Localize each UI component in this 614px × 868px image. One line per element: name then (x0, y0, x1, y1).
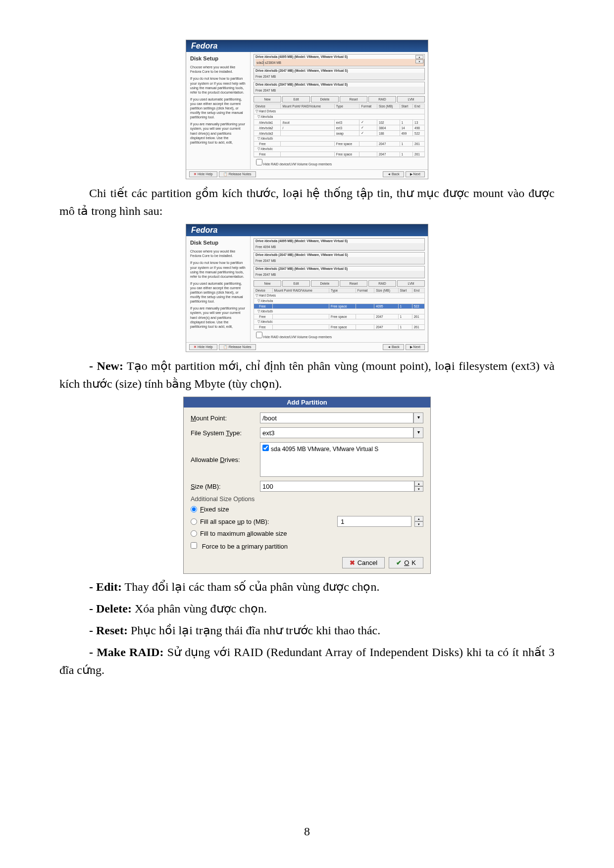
ok-icon: ✔ (396, 559, 402, 566)
table-row[interactable]: /dev/sda2/ext3✓380414498 (254, 125, 425, 131)
fixed-size-radio[interactable] (191, 506, 197, 512)
back-button[interactable]: ◄ Back (383, 171, 404, 177)
table-row[interactable]: FreeFree space20471261 (254, 152, 425, 157)
drive-bar-sdb: Drive /dev/sdb (2047 MB) (Model: VMware,… (254, 252, 425, 264)
mount-point-label: Mount Point: (191, 414, 260, 422)
lvm-button[interactable]: LVM (397, 280, 425, 287)
cancel-button[interactable]: ✖ Cancel (342, 557, 385, 568)
edit-button[interactable]: Edit (282, 280, 310, 287)
table-row[interactable]: ▽ /dev/sdc (254, 319, 425, 325)
table-row[interactable]: /dev/sda1/bootext3✓102113 (254, 120, 425, 125)
reset-button[interactable]: Reset (340, 96, 367, 102)
fedora-brand: Fedora (186, 40, 428, 52)
primary-label: Force to be a primary partition (202, 543, 288, 550)
partition-panel: Drive /dev/sda (4095 MB) (Model: VMware,… (251, 52, 428, 169)
table-row[interactable]: FreeFree space20471261 (254, 314, 425, 319)
drive-checkbox-sda[interactable] (262, 445, 269, 451)
fill-max-radio[interactable] (191, 530, 197, 537)
cancel-icon: ✖ (350, 559, 355, 566)
drive-bar-sdc: Drive /dev/sdc (2047 MB) (Model: VMware,… (254, 266, 425, 278)
table-row-selected[interactable]: FreeFree space40951522 (254, 304, 425, 309)
fedora-screenshot-2: Fedora Disk Setup Choose where you would… (186, 224, 428, 352)
fedora-screenshot-1: Fedora Disk Setup Choose where you would… (186, 40, 428, 179)
fixed-size-label: Fixed size (200, 506, 229, 513)
paragraph-1: Chi tiết các partition gồm kích thước, l… (59, 184, 555, 220)
dialog-title: Add Partition (184, 397, 430, 408)
drive-bar-sdb: Drive /dev/sdb (2047 MB) (Model: VMware,… (254, 68, 425, 80)
fill-max-label: Fill to maximum allowable size (200, 530, 287, 537)
release-notes-button[interactable]: 📋 Release Notes (219, 171, 256, 177)
size-spinner[interactable]: ▴▾ (414, 481, 423, 492)
size-input[interactable] (260, 481, 414, 492)
hide-raid-checkbox[interactable] (256, 332, 262, 338)
paragraph-delete: - Delete: Xóa phân vùng được chọn. (89, 600, 555, 617)
table-row[interactable]: FreeFree space20471261 (254, 142, 425, 147)
delete-button[interactable]: Delete (311, 280, 339, 287)
table-row[interactable]: ▽ Hard Drives (254, 293, 425, 299)
drives-label: Allowable Drives: (191, 456, 260, 463)
fill-up-spinner[interactable]: ▴▾ (414, 516, 423, 527)
panel-title: Disk Setup (190, 55, 246, 62)
partition-panel: Drive /dev/sda (4095 MB) (Model: VMware,… (251, 236, 428, 342)
back-button[interactable]: ◄ Back (383, 344, 404, 350)
next-button[interactable]: ▶ Next (406, 171, 425, 177)
new-button[interactable]: New (254, 96, 281, 102)
page-number: 8 (0, 825, 614, 838)
fill-up-label: Fill all space up to (MB): (200, 518, 269, 525)
hide-raid-checkbox[interactable] (256, 159, 262, 165)
panel-title: Disk Setup (190, 239, 246, 246)
new-button[interactable]: New (254, 280, 281, 287)
drive-bar-sdc: Drive /dev/sdc (2047 MB) (Model: VMware,… (254, 82, 425, 94)
fill-up-radio[interactable] (191, 518, 197, 525)
edit-button[interactable]: Edit (282, 96, 310, 102)
drive-list[interactable]: sda 4095 MB VMware, VMware Virtual S (260, 442, 423, 477)
ok-button[interactable]: ✔ OK (389, 557, 423, 568)
chevron-down-icon[interactable]: ▾ (413, 412, 423, 423)
fstype-label: File System Type: (191, 429, 260, 437)
table-row[interactable]: /dev/sda3swap✓188499522 (254, 131, 425, 136)
chevron-down-icon[interactable]: ▾ (413, 427, 423, 438)
paragraph-edit: - Edit: Thay đổi lại các tham số của phâ… (89, 578, 555, 596)
table-row[interactable]: ▽ Hard Drives (254, 109, 425, 114)
next-button[interactable]: ▶ Next (406, 344, 425, 350)
table-row[interactable]: FreeFree space20471261 (254, 325, 425, 330)
table-row[interactable]: ▽ /dev/sdb (254, 136, 425, 142)
table-row[interactable]: ▽ /dev/sdc (254, 147, 425, 152)
fedora-brand: Fedora (186, 224, 428, 236)
paragraph-raid: - Make RAID: Sử dụng với RAID (Redundant… (59, 643, 555, 679)
size-label: Size (MB): (191, 483, 260, 490)
primary-checkbox[interactable] (191, 542, 197, 549)
help-panel: Disk Setup Choose where you would like F… (186, 52, 251, 169)
paragraph-new: - New: Tạo một partition mới, chỉ định t… (59, 357, 555, 393)
partition-table: Device Mount Point/ RAID/Volume Type For… (254, 288, 425, 330)
drive-bar-sda: Drive /dev/sda (4095 MB) (Model: VMware,… (254, 238, 425, 251)
partition-table: Device Mount Point/ RAID/Volume Type For… (254, 103, 425, 157)
release-notes-button[interactable]: 📋 Release Notes (219, 344, 256, 350)
drive-bar-sda: Drive /dev/sda (4095 MB) (Model: VMware,… (254, 54, 425, 66)
raid-button[interactable]: RAID (368, 280, 396, 287)
hide-help-button[interactable]: ✕Hide Help (189, 344, 217, 350)
section-additional-size: Additional Size Options (191, 496, 423, 503)
raid-button[interactable]: RAID (368, 96, 396, 102)
lvm-button[interactable]: LVM (397, 96, 425, 102)
fstype-input[interactable] (260, 427, 413, 438)
mount-point-input[interactable] (260, 412, 413, 423)
table-row[interactable]: ▽ /dev/sda (254, 114, 425, 120)
fill-up-input[interactable] (337, 516, 411, 527)
paragraph-reset: - Reset: Phục hồi lại trạng thái đĩa như… (89, 621, 555, 639)
table-row[interactable]: ▽ /dev/sda (254, 299, 425, 304)
hide-help-button[interactable]: ✕Hide Help (189, 171, 217, 177)
reset-button[interactable]: Reset (340, 280, 367, 287)
help-panel: Disk Setup Choose where you would like F… (186, 236, 251, 342)
delete-button[interactable]: Delete (311, 96, 339, 102)
table-row[interactable]: ▽ /dev/sdb (254, 309, 425, 314)
add-partition-dialog: Add Partition Mount Point: ▾ File System… (183, 397, 431, 574)
